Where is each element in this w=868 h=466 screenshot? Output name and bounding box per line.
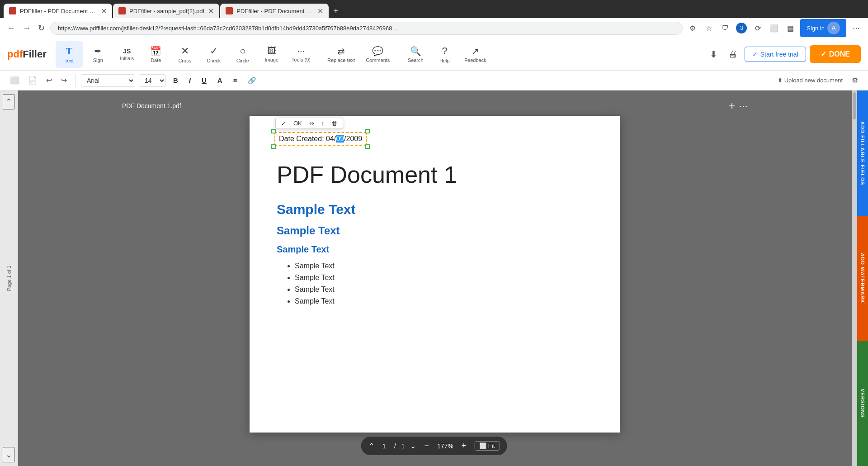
next-page-button[interactable]: ⌄ — [410, 442, 416, 450]
collapse-up-button[interactable]: ⌃ — [3, 94, 15, 109]
tab-1-close[interactable]: ✕ — [101, 7, 107, 15]
tool-tools[interactable]: ··· Tools (9) — [287, 41, 315, 68]
tool-circle[interactable]: ○ Circle — [229, 41, 256, 68]
doc-add-button[interactable]: + — [729, 100, 735, 112]
tab-2-close[interactable]: ✕ — [208, 7, 214, 15]
upload-label: Upload new document — [784, 77, 843, 84]
download-button[interactable]: ⬇ — [706, 45, 721, 63]
italic-button[interactable]: I — [185, 75, 194, 86]
fit-button[interactable]: ⬜ Fit — [474, 441, 500, 451]
fit-label: Fit — [488, 442, 495, 449]
pdffiller-logo[interactable]: pdfFiller — [7, 48, 47, 60]
tool-cross[interactable]: ✕ Cross — [171, 41, 198, 68]
page-info: Page 1 of 1 — [6, 266, 12, 291]
align-button[interactable]: ≡ — [230, 75, 241, 86]
tool-sign[interactable]: ✒ Sign — [85, 41, 112, 68]
new-tab-button[interactable]: + — [330, 6, 342, 16]
comments-icon: 💬 — [372, 46, 383, 57]
profile-icon[interactable]: 3 — [735, 22, 748, 34]
collapse-down-button[interactable]: ⌄ — [3, 447, 15, 462]
forward-button[interactable]: → — [21, 22, 33, 35]
sample-text-h2: Sample Text — [277, 224, 593, 237]
upload-new-doc-button[interactable]: ⬆ Upload new document — [775, 75, 845, 86]
handle-br — [365, 144, 370, 149]
tab-3-close[interactable]: ✕ — [317, 7, 323, 15]
tool-date[interactable]: 📅 Date — [142, 41, 170, 68]
textbox-resize-button[interactable]: ⇔ — [307, 119, 317, 128]
textbox-move-button[interactable]: ⤢ — [278, 119, 289, 128]
scrollbar[interactable] — [852, 90, 857, 466]
pdffiller-app: pdfFiller T Text ✒ Sign JS Initials 📅 Da… — [0, 38, 868, 466]
secondary-toolbar: ⬜ 📄 ↩ ↪ Arial 14 B I U A ≡ 🔗 ⬆ Upload ne… — [0, 71, 868, 90]
done-checkmark: ✓ — [821, 50, 826, 58]
print-button[interactable]: 🖨 — [725, 45, 741, 63]
more-options-icon[interactable]: ⋯ — [850, 22, 863, 34]
copy-page-button[interactable]: ⬜ — [7, 74, 22, 86]
main-content: PDF Document 1.pdf + ⋯ ⤢ OK ⇔ ↕ 🗑 — [18, 90, 852, 466]
date-label: Date — [151, 57, 161, 63]
font-family-select[interactable]: Arial — [81, 74, 135, 87]
left-panel: ⌃ Page 1 of 1 ⌄ — [0, 90, 18, 466]
page-current-input[interactable] — [380, 442, 389, 450]
textbox-delete-button[interactable]: 🗑 — [329, 119, 340, 128]
shield-icon[interactable]: 🛡 — [719, 22, 731, 34]
undo-button[interactable]: ↩ — [43, 74, 55, 86]
extensions-icon[interactable]: ⚙ — [686, 22, 699, 34]
start-trial-button[interactable]: ✓ Start free trial — [745, 47, 806, 62]
toolbar-right: ⬇ 🖨 ✓ Start free trial ✓ DONE — [706, 45, 861, 63]
text-box-overlay[interactable]: ⤢ OK ⇔ ↕ 🗑 Date Created: 04/09/2009 — [274, 132, 367, 146]
tool-replace-text[interactable]: ⇄ Replace text — [323, 41, 359, 68]
textbox-expand-button[interactable]: ↕ — [319, 119, 327, 128]
zoom-in-button[interactable]: + — [459, 440, 469, 452]
document-area: ⌃ Page 1 of 1 ⌄ PDF Document 1.pdf + ⋯ ⤢ — [0, 90, 868, 466]
textbox-ok-button[interactable]: OK — [291, 119, 305, 128]
tab-2-title: PDFfiller - sample_pdf(2).pdf — [129, 8, 204, 14]
settings-button[interactable]: ⚙ — [849, 74, 861, 86]
add-fillable-fields-panel[interactable]: ADD FILLABLE FIELDS — [857, 90, 868, 216]
back-button[interactable]: ← — [5, 22, 17, 35]
circle-icon: ○ — [240, 45, 245, 57]
start-trial-checkmark: ✓ — [752, 51, 758, 58]
tool-comments[interactable]: 💬 Comments — [361, 41, 394, 68]
sidebar-icon[interactable]: ▦ — [784, 22, 797, 34]
bullet-list: Sample Text Sample Text Sample Text Samp… — [295, 262, 593, 305]
text-color-button[interactable]: A — [214, 75, 226, 86]
logo-pdf: pdf — [7, 48, 23, 60]
tab-2[interactable]: PDFfiller - sample_pdf(2).pdf ✕ — [113, 4, 219, 18]
tool-check[interactable]: ✓ Check — [200, 41, 227, 68]
tool-text[interactable]: T Text — [56, 41, 83, 68]
prev-page-button[interactable]: ⌃ — [368, 442, 374, 450]
tool-initials[interactable]: JS Initials — [113, 41, 141, 68]
reload-button[interactable]: ↻ — [36, 21, 47, 35]
doc-title-bar: PDF Document 1.pdf + ⋯ — [118, 100, 751, 112]
tab-3[interactable]: PDFfiller - PDF Document 1(1).p... ✕ — [220, 4, 329, 18]
star-icon[interactable]: ☆ — [703, 22, 715, 34]
sync-icon[interactable]: ⟳ — [751, 22, 764, 34]
doc-more-button[interactable]: ⋯ — [739, 100, 748, 112]
versions-panel[interactable]: VERSIONS — [857, 341, 868, 466]
tool-search[interactable]: 🔍 Search — [402, 41, 429, 68]
add-watermark-panel[interactable]: ADD WATERMARK — [857, 216, 868, 341]
done-button[interactable]: ✓ DONE — [810, 45, 861, 63]
main-toolbar: pdfFiller T Text ✒ Sign JS Initials 📅 Da… — [0, 38, 868, 71]
extensions2-icon[interactable]: ⬜ — [768, 22, 780, 34]
bold-button[interactable]: B — [170, 75, 182, 86]
cross-icon: ✕ — [181, 45, 189, 57]
scrollbar-thumb[interactable] — [853, 92, 856, 119]
upload-icon: ⬆ — [778, 77, 783, 84]
zoom-out-button[interactable]: − — [421, 440, 432, 452]
tool-image[interactable]: 🖼 Image — [258, 41, 285, 68]
sign-in-button[interactable]: Sign in A — [800, 19, 846, 37]
tab-1[interactable]: PDFfiller - PDF Document 1.pdf ✕ — [4, 4, 112, 18]
tool-feedback[interactable]: ↗ Feedback — [460, 41, 491, 68]
date-text: Date Created: 04/09/2009 — [279, 135, 362, 143]
tool-help[interactable]: ? Help — [431, 41, 458, 68]
help-icon: ? — [442, 45, 447, 57]
redo-button[interactable]: ↪ — [58, 74, 70, 86]
copy-content-button[interactable]: 📄 — [25, 74, 40, 86]
font-size-select[interactable]: 14 — [139, 74, 166, 87]
address-bar[interactable] — [50, 22, 683, 35]
link-button[interactable]: 🔗 — [244, 75, 260, 86]
date-icon: 📅 — [150, 46, 161, 57]
underline-button[interactable]: U — [198, 75, 210, 86]
